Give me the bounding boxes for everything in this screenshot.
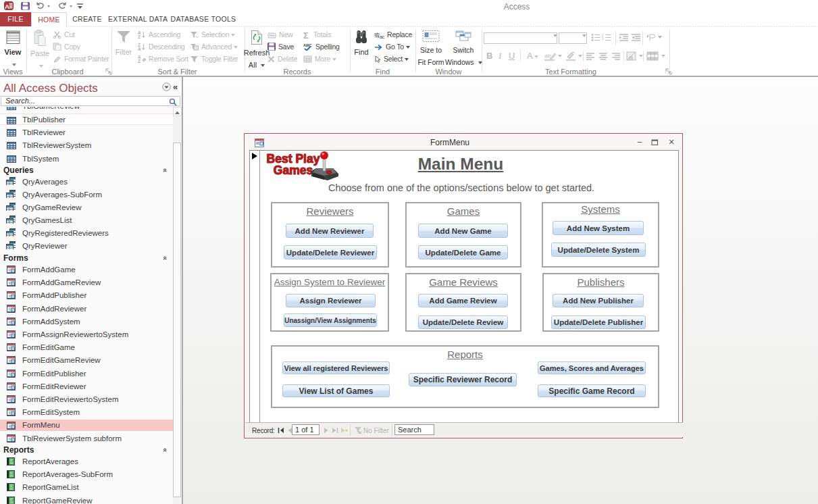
svg-text:A: A — [138, 47, 141, 51]
svg-text:ab: ab — [374, 32, 380, 36]
svg-text:2: 2 — [602, 36, 604, 41]
svg-text:Z: Z — [138, 34, 140, 39]
svg-text:A: A — [5, 3, 9, 10]
svg-text:ab: ab — [544, 53, 551, 59]
svg-text:Z: Z — [138, 59, 140, 63]
svg-text:ac: ac — [380, 34, 384, 39]
